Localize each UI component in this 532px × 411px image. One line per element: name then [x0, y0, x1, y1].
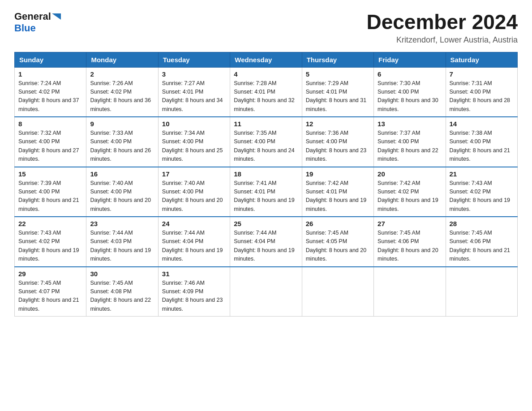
calendar-table: SundayMondayTuesdayWednesdayThursdayFrid…: [14, 52, 518, 317]
calendar-cell: 11 Sunrise: 7:35 AMSunset: 4:00 PMDaylig…: [230, 117, 302, 167]
col-header-thursday: Thursday: [302, 52, 373, 67]
day-info: Sunrise: 7:28 AMSunset: 4:01 PMDaylight:…: [234, 79, 298, 114]
calendar-cell: 19 Sunrise: 7:42 AMSunset: 4:01 PMDaylig…: [302, 167, 373, 217]
logo-blue-text: Blue: [14, 22, 36, 34]
day-number: 8: [18, 120, 82, 128]
day-info: Sunrise: 7:24 AMSunset: 4:02 PMDaylight:…: [18, 79, 82, 114]
day-number: 18: [234, 170, 298, 178]
day-info: Sunrise: 7:45 AMSunset: 4:05 PMDaylight:…: [306, 229, 370, 264]
calendar-cell: 31 Sunrise: 7:46 AMSunset: 4:09 PMDaylig…: [158, 267, 230, 317]
day-info: Sunrise: 7:45 AMSunset: 4:07 PMDaylight:…: [18, 279, 82, 314]
day-number: 1: [18, 70, 82, 78]
day-number: 12: [306, 120, 370, 128]
page-header: General Blue December 2024 Kritzendorf, …: [14, 11, 518, 45]
day-number: 17: [162, 170, 226, 178]
calendar-cell: 17 Sunrise: 7:40 AMSunset: 4:00 PMDaylig…: [158, 167, 230, 217]
day-number: 9: [90, 120, 154, 128]
calendar-cell: 10 Sunrise: 7:34 AMSunset: 4:00 PMDaylig…: [158, 117, 230, 167]
calendar-cell: 28 Sunrise: 7:45 AMSunset: 4:06 PMDaylig…: [446, 217, 517, 267]
day-info: Sunrise: 7:33 AMSunset: 4:00 PMDaylight:…: [90, 129, 154, 164]
calendar-cell: 16 Sunrise: 7:40 AMSunset: 4:00 PMDaylig…: [86, 167, 158, 217]
day-info: Sunrise: 7:42 AMSunset: 4:01 PMDaylight:…: [306, 179, 370, 214]
col-header-friday: Friday: [374, 52, 446, 67]
day-number: 24: [162, 220, 226, 227]
day-info: Sunrise: 7:36 AMSunset: 4:00 PMDaylight:…: [306, 129, 370, 164]
calendar-cell: 4 Sunrise: 7:28 AMSunset: 4:01 PMDayligh…: [230, 67, 302, 117]
calendar-cell: 27 Sunrise: 7:45 AMSunset: 4:06 PMDaylig…: [374, 217, 446, 267]
day-info: Sunrise: 7:31 AMSunset: 4:00 PMDaylight:…: [450, 79, 514, 114]
day-number: 5: [306, 70, 370, 78]
day-info: Sunrise: 7:40 AMSunset: 4:00 PMDaylight:…: [90, 179, 154, 214]
day-info: Sunrise: 7:45 AMSunset: 4:08 PMDaylight:…: [90, 279, 154, 314]
day-number: 31: [162, 270, 226, 278]
title-area: December 2024 Kritzendorf, Lower Austria…: [366, 11, 518, 45]
day-info: Sunrise: 7:40 AMSunset: 4:00 PMDaylight:…: [162, 179, 226, 214]
day-info: Sunrise: 7:39 AMSunset: 4:00 PMDaylight:…: [18, 179, 82, 214]
calendar-cell: 24 Sunrise: 7:44 AMSunset: 4:04 PMDaylig…: [158, 217, 230, 267]
month-title: December 2024: [366, 11, 518, 34]
logo-triangle-icon: [52, 13, 61, 20]
day-number: 20: [378, 170, 442, 178]
calendar-cell: 26 Sunrise: 7:45 AMSunset: 4:05 PMDaylig…: [302, 217, 373, 267]
day-number: 15: [18, 170, 82, 178]
day-info: Sunrise: 7:45 AMSunset: 4:06 PMDaylight:…: [450, 229, 514, 264]
calendar-cell: 15 Sunrise: 7:39 AMSunset: 4:00 PMDaylig…: [15, 167, 86, 217]
day-info: Sunrise: 7:38 AMSunset: 4:00 PMDaylight:…: [450, 129, 514, 164]
calendar-cell: 3 Sunrise: 7:27 AMSunset: 4:01 PMDayligh…: [158, 67, 230, 117]
day-number: 7: [450, 70, 514, 78]
day-number: 28: [450, 220, 514, 227]
day-info: Sunrise: 7:44 AMSunset: 4:04 PMDaylight:…: [162, 229, 226, 264]
calendar-cell: 6 Sunrise: 7:30 AMSunset: 4:00 PMDayligh…: [374, 67, 446, 117]
svg-marker-0: [52, 13, 61, 20]
day-info: Sunrise: 7:41 AMSunset: 4:01 PMDaylight:…: [234, 179, 298, 214]
calendar-cell: 2 Sunrise: 7:26 AMSunset: 4:02 PMDayligh…: [86, 67, 158, 117]
day-info: Sunrise: 7:27 AMSunset: 4:01 PMDaylight:…: [162, 79, 226, 114]
col-header-sunday: Sunday: [15, 52, 86, 67]
calendar-cell: 21 Sunrise: 7:43 AMSunset: 4:02 PMDaylig…: [446, 167, 517, 217]
calendar-cell: 9 Sunrise: 7:33 AMSunset: 4:00 PMDayligh…: [86, 117, 158, 167]
day-number: 25: [234, 220, 298, 227]
header-row: SundayMondayTuesdayWednesdayThursdayFrid…: [15, 52, 518, 67]
week-row-3: 15 Sunrise: 7:39 AMSunset: 4:00 PMDaylig…: [15, 167, 518, 217]
col-header-saturday: Saturday: [446, 52, 517, 67]
day-number: 23: [90, 220, 154, 227]
calendar-cell: 14 Sunrise: 7:38 AMSunset: 4:00 PMDaylig…: [446, 117, 517, 167]
calendar-cell: 13 Sunrise: 7:37 AMSunset: 4:00 PMDaylig…: [374, 117, 446, 167]
calendar-cell: 7 Sunrise: 7:31 AMSunset: 4:00 PMDayligh…: [446, 67, 517, 117]
week-row-1: 1 Sunrise: 7:24 AMSunset: 4:02 PMDayligh…: [15, 67, 518, 117]
calendar-cell: 1 Sunrise: 7:24 AMSunset: 4:02 PMDayligh…: [15, 67, 86, 117]
week-row-5: 29 Sunrise: 7:45 AMSunset: 4:07 PMDaylig…: [15, 267, 518, 317]
day-info: Sunrise: 7:46 AMSunset: 4:09 PMDaylight:…: [162, 279, 226, 314]
day-info: Sunrise: 7:35 AMSunset: 4:00 PMDaylight:…: [234, 129, 298, 164]
calendar-cell: 25 Sunrise: 7:44 AMSunset: 4:04 PMDaylig…: [230, 217, 302, 267]
calendar-cell: 18 Sunrise: 7:41 AMSunset: 4:01 PMDaylig…: [230, 167, 302, 217]
day-number: 30: [90, 270, 154, 278]
day-number: 11: [234, 120, 298, 128]
day-info: Sunrise: 7:45 AMSunset: 4:06 PMDaylight:…: [378, 229, 442, 264]
day-number: 3: [162, 70, 226, 78]
col-header-wednesday: Wednesday: [230, 52, 302, 67]
calendar-cell: 22 Sunrise: 7:43 AMSunset: 4:02 PMDaylig…: [15, 217, 86, 267]
day-info: Sunrise: 7:30 AMSunset: 4:00 PMDaylight:…: [378, 79, 442, 114]
calendar-cell: [230, 267, 302, 317]
day-number: 21: [450, 170, 514, 178]
calendar-cell: [302, 267, 373, 317]
day-number: 13: [378, 120, 442, 128]
day-number: 29: [18, 270, 82, 278]
day-info: Sunrise: 7:43 AMSunset: 4:02 PMDaylight:…: [18, 229, 82, 264]
calendar-cell: 30 Sunrise: 7:45 AMSunset: 4:08 PMDaylig…: [86, 267, 158, 317]
calendar-cell: 29 Sunrise: 7:45 AMSunset: 4:07 PMDaylig…: [15, 267, 86, 317]
calendar-cell: 20 Sunrise: 7:42 AMSunset: 4:02 PMDaylig…: [374, 167, 446, 217]
day-number: 2: [90, 70, 154, 78]
day-info: Sunrise: 7:37 AMSunset: 4:00 PMDaylight:…: [378, 129, 442, 164]
day-number: 22: [18, 220, 82, 227]
day-info: Sunrise: 7:34 AMSunset: 4:00 PMDaylight:…: [162, 129, 226, 164]
calendar-cell: 12 Sunrise: 7:36 AMSunset: 4:00 PMDaylig…: [302, 117, 373, 167]
week-row-2: 8 Sunrise: 7:32 AMSunset: 4:00 PMDayligh…: [15, 117, 518, 167]
day-number: 16: [90, 170, 154, 178]
calendar-cell: [374, 267, 446, 317]
day-number: 6: [378, 70, 442, 78]
logo: General Blue: [14, 11, 61, 34]
day-info: Sunrise: 7:44 AMSunset: 4:03 PMDaylight:…: [90, 229, 154, 264]
day-number: 19: [306, 170, 370, 178]
